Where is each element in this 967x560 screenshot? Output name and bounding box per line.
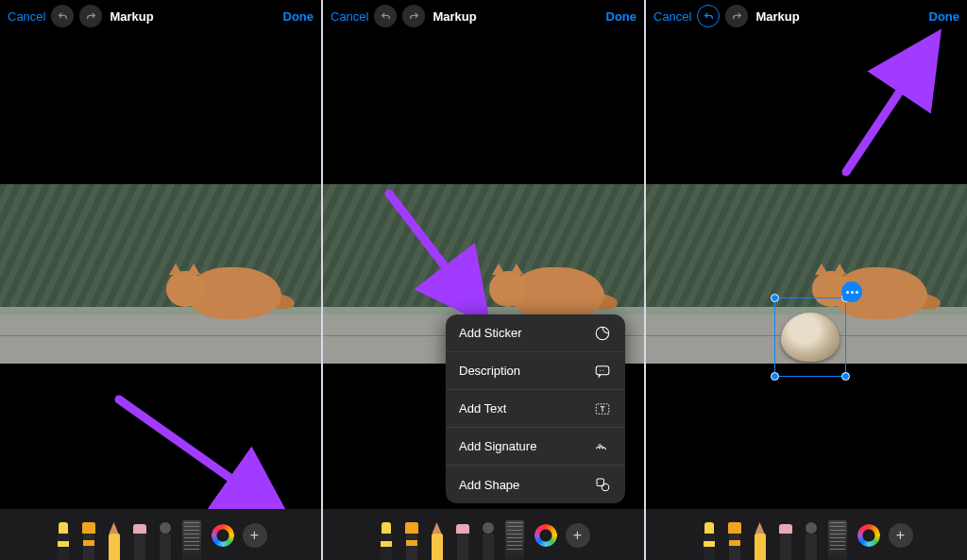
markup-screen-1: Cancel Markup Done — [0, 0, 321, 560]
done-button[interactable]: Done — [929, 9, 960, 24]
done-button[interactable]: Done — [606, 9, 637, 24]
lasso-tool[interactable] — [803, 520, 820, 560]
sticker-selection[interactable] — [774, 297, 846, 377]
color-picker-button[interactable] — [212, 524, 234, 547]
resize-handle-tl[interactable] — [771, 294, 779, 302]
header: Cancel Markup Done — [646, 0, 967, 32]
add-element-button[interactable]: + — [566, 523, 590, 548]
markup-toolbar: + — [323, 509, 644, 560]
sticker-object — [781, 313, 840, 362]
screen-title: Markup — [433, 9, 476, 24]
svg-point-5 — [602, 369, 603, 370]
menu-add-signature[interactable]: Add Signature — [446, 428, 625, 466]
pencil-tool[interactable] — [106, 520, 123, 560]
pencil-tool[interactable] — [752, 520, 769, 560]
markup-screen-3: Cancel Markup Done — [646, 0, 967, 560]
add-element-menu: Add Sticker Description Add Text Add Sig… — [446, 314, 625, 503]
markup-toolbar: + — [0, 509, 321, 560]
menu-add-text[interactable]: Add Text — [446, 390, 625, 428]
menu-add-sticker[interactable]: Add Sticker — [446, 314, 625, 352]
undo-button[interactable] — [51, 5, 74, 27]
cancel-button[interactable]: Cancel — [8, 9, 45, 24]
menu-item-label: Description — [459, 364, 520, 378]
lasso-tool[interactable] — [480, 520, 497, 560]
cancel-button[interactable]: Cancel — [331, 9, 368, 24]
resize-handle-br[interactable] — [841, 372, 850, 381]
photo-canvas[interactable] — [0, 184, 321, 364]
redo-button[interactable] — [402, 5, 425, 27]
svg-line-1 — [389, 194, 482, 314]
svg-line-9 — [846, 42, 933, 172]
header: Cancel Markup Done — [323, 0, 644, 32]
sticker-edit-menu-button[interactable] — [841, 281, 862, 302]
shapes-icon — [593, 475, 612, 494]
color-picker-button[interactable] — [534, 524, 557, 547]
sticker-icon — [593, 324, 612, 343]
redo-button[interactable] — [725, 5, 748, 27]
menu-item-label: Add Text — [459, 401, 506, 416]
screen-title: Markup — [755, 9, 799, 24]
markup-screen-2: Cancel Markup Done Add Sticker — [323, 0, 644, 560]
header: Cancel Markup Done — [0, 0, 321, 32]
done-button[interactable]: Done — [283, 9, 314, 24]
annotation-arrow — [380, 184, 502, 335]
text-icon — [593, 399, 612, 418]
markup-toolbar: + — [646, 509, 967, 560]
pen-tool[interactable] — [701, 520, 718, 560]
eraser-tool[interactable] — [131, 520, 148, 560]
pen-tool[interactable] — [378, 520, 395, 560]
menu-description[interactable]: Description — [446, 352, 625, 390]
highlighter-tool[interactable] — [403, 520, 420, 560]
photo-canvas[interactable] — [646, 184, 967, 364]
speech-bubble-icon — [593, 362, 612, 381]
add-element-button[interactable]: + — [889, 523, 913, 548]
cat-photo-subject — [166, 258, 289, 329]
ruler-tool[interactable] — [828, 520, 847, 560]
menu-item-label: Add Sticker — [459, 326, 521, 340]
svg-line-0 — [119, 399, 280, 513]
menu-item-label: Add Signature — [459, 439, 536, 453]
svg-point-4 — [600, 369, 601, 370]
color-picker-button[interactable] — [857, 524, 880, 547]
redo-button[interactable] — [79, 5, 102, 27]
svg-point-8 — [602, 484, 609, 491]
undo-button[interactable] — [374, 5, 397, 27]
menu-item-label: Add Shape — [459, 478, 519, 492]
signature-icon — [593, 437, 612, 456]
highlighter-tool[interactable] — [80, 520, 97, 560]
cancel-button[interactable]: Cancel — [653, 9, 691, 24]
highlighter-tool[interactable] — [726, 520, 743, 560]
svg-rect-3 — [596, 365, 609, 374]
pen-tool[interactable] — [55, 520, 72, 560]
lasso-tool[interactable] — [157, 520, 174, 560]
ruler-tool[interactable] — [505, 520, 524, 560]
pencil-tool[interactable] — [429, 520, 446, 560]
ruler-tool[interactable] — [182, 520, 201, 560]
add-element-button[interactable]: + — [243, 523, 267, 548]
undo-button[interactable] — [697, 5, 720, 27]
annotation-arrow — [827, 30, 950, 181]
eraser-tool[interactable] — [454, 520, 471, 560]
resize-handle-bl[interactable] — [771, 372, 779, 381]
eraser-tool[interactable] — [777, 520, 794, 560]
screen-title: Markup — [110, 9, 153, 24]
menu-add-shape[interactable]: Add Shape — [446, 466, 625, 503]
